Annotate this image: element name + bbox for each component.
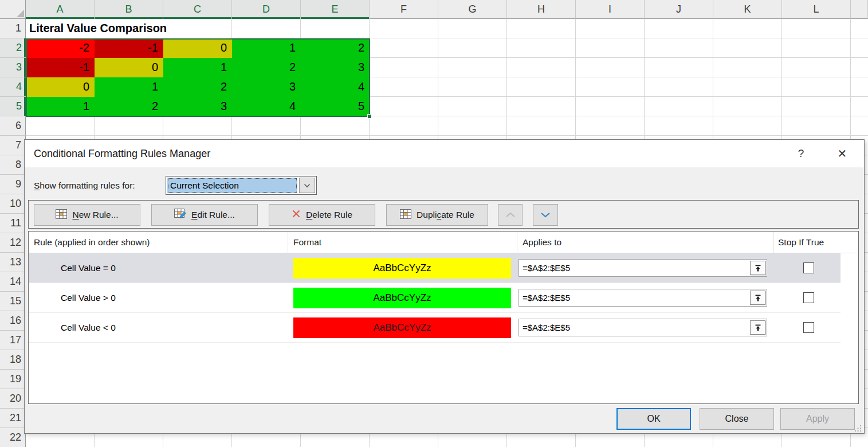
row-header-22[interactable]: 22 (0, 428, 26, 447)
dialog-titlebar[interactable]: Conditional Formatting Rules Manager ? ✕ (25, 140, 864, 167)
delete-rule-button[interactable]: Delete Rule (269, 204, 375, 226)
row-header-12[interactable]: 12 (0, 233, 26, 253)
row-header-21[interactable]: 21 (0, 409, 26, 428)
column-header-H[interactable]: H (507, 0, 576, 19)
rule-row[interactable]: Cell Value < 0AaBbCcYyZz=$A$2:$E$5 (29, 313, 840, 343)
new-rule-label: New Rule... (72, 210, 118, 220)
cell-E5[interactable]: 5 (301, 97, 370, 116)
move-rule-up-button[interactable] (498, 204, 523, 226)
cell-B3[interactable]: 0 (95, 58, 163, 77)
row-header-11[interactable]: 11 (0, 214, 26, 233)
column-header-F[interactable]: F (370, 0, 438, 19)
row-header-9[interactable]: 9 (0, 175, 26, 194)
column-header-J[interactable]: J (645, 0, 713, 19)
edit-rule-button[interactable]: Edit Rule... (151, 204, 258, 226)
applies-to-field[interactable]: =$A$2:$E$5 (519, 259, 767, 277)
row-header-8[interactable]: 8 (0, 155, 26, 175)
collapse-dialog-icon (754, 264, 762, 272)
collapse-dialog-button[interactable] (750, 320, 765, 335)
cell-D2[interactable]: 1 (232, 38, 301, 58)
row-header-1[interactable]: 1 (0, 19, 26, 38)
select-all-button[interactable] (0, 0, 26, 19)
applies-to-field[interactable]: =$A$2:$E$5 (519, 319, 767, 336)
column-header-K[interactable]: K (713, 0, 782, 19)
cell-C5[interactable]: 3 (163, 97, 232, 116)
applies-to-range: =$A$2:$E$5 (523, 260, 570, 276)
column-header-G[interactable]: G (438, 0, 507, 19)
cell-B4[interactable]: 1 (95, 77, 163, 97)
rules-list-header: Rule (applied in order shown) Format App… (29, 232, 858, 253)
dialog-close-icon[interactable]: ✕ (831, 140, 854, 167)
cell-D5[interactable]: 4 (232, 97, 301, 116)
row-header-13[interactable]: 13 (0, 253, 26, 272)
applies-to-range: =$A$2:$E$5 (523, 289, 570, 306)
column-header-partial[interactable] (851, 0, 868, 19)
select-all-triangle-icon (17, 10, 24, 17)
close-button[interactable]: Close (700, 408, 774, 430)
red-x-icon (292, 209, 301, 221)
column-header-L[interactable]: L (782, 0, 851, 19)
cell-A2[interactable]: -2 (26, 38, 95, 58)
new-rule-button[interactable]: New Rule... (34, 204, 140, 226)
stop-if-true-checkbox[interactable] (803, 262, 814, 273)
row-header-17[interactable]: 17 (0, 331, 26, 350)
cell-C2[interactable]: 0 (163, 38, 232, 58)
row-header-6[interactable]: 6 (0, 116, 26, 136)
rule-row[interactable]: Cell Value > 0AaBbCcYyZz=$A$2:$E$5 (29, 283, 840, 313)
row-header-19[interactable]: 19 (0, 370, 26, 389)
collapse-dialog-button[interactable] (750, 261, 765, 275)
ok-button[interactable]: OK (616, 408, 691, 430)
cell-A3[interactable]: -1 (26, 58, 95, 77)
format-column-header: Format (293, 232, 321, 253)
cell-E3[interactable]: 3 (301, 58, 370, 77)
column-headers: ABCDEFGHIJKL (26, 0, 868, 19)
cell-C4[interactable]: 2 (163, 77, 232, 97)
row-header-10[interactable]: 10 (0, 194, 26, 214)
column-header-I[interactable]: I (576, 0, 645, 19)
chevron-down-icon[interactable] (299, 178, 315, 193)
cell-B5[interactable]: 2 (95, 97, 163, 116)
cell-E4[interactable]: 4 (301, 77, 370, 97)
show-rules-label: Show formatting rules for: (34, 176, 135, 195)
applies-to-column-header: Applies to (523, 232, 561, 253)
collapse-dialog-button[interactable] (750, 291, 765, 305)
apply-button[interactable]: Apply (780, 408, 855, 430)
stop-if-true-checkbox[interactable] (803, 292, 814, 303)
duplicate-rule-button[interactable]: Duplicate Rule (386, 204, 488, 226)
row-header-20[interactable]: 20 (0, 389, 26, 409)
help-button[interactable]: ? (790, 140, 812, 167)
row-header-16[interactable]: 16 (0, 311, 26, 331)
cell-A5[interactable]: 1 (26, 97, 95, 116)
rule-description: Cell Value = 0 (61, 253, 116, 283)
row-header-14[interactable]: 14 (0, 272, 26, 292)
row-header-2[interactable]: 2 (0, 38, 26, 58)
cell-a1-title[interactable]: Literal Value Comparison (26, 19, 230, 38)
column-header-C[interactable]: C (163, 0, 232, 19)
row-header-7[interactable]: 7 (0, 136, 26, 155)
cell-D4[interactable]: 3 (232, 77, 301, 97)
column-header-D[interactable]: D (232, 0, 301, 19)
cell-A4[interactable]: 0 (26, 77, 95, 97)
rule-row[interactable]: Cell Value = 0AaBbCcYyZz=$A$2:$E$5 (29, 253, 840, 283)
show-rules-dropdown[interactable]: Current Selection (166, 176, 317, 195)
row-header-5[interactable]: 5 (0, 97, 26, 116)
cf-rules-manager-dialog: Conditional Formatting Rules Manager ? ✕… (24, 139, 865, 434)
cell-B2[interactable]: -1 (95, 38, 163, 58)
row-header-3[interactable]: 3 (0, 58, 26, 77)
stop-if-true-checkbox[interactable] (803, 322, 814, 333)
show-rules-dropdown-value: Current Selection (167, 178, 297, 193)
cell-D3[interactable]: 2 (232, 58, 301, 77)
row-header-15[interactable]: 15 (0, 292, 26, 311)
chevron-up-icon (505, 210, 516, 220)
column-header-E[interactable]: E (301, 0, 370, 19)
move-rule-down-button[interactable] (533, 204, 558, 226)
row-header-18[interactable]: 18 (0, 350, 26, 370)
cell-C3[interactable]: 1 (163, 58, 232, 77)
resize-grip[interactable] (855, 424, 862, 431)
column-header-A[interactable]: A (26, 0, 95, 19)
cell-E2[interactable]: 2 (301, 38, 370, 58)
row-header-4[interactable]: 4 (0, 77, 26, 97)
column-header-B[interactable]: B (95, 0, 163, 19)
applies-to-field[interactable]: =$A$2:$E$5 (519, 289, 767, 307)
format-preview: AaBbCcYyZz (293, 258, 511, 279)
